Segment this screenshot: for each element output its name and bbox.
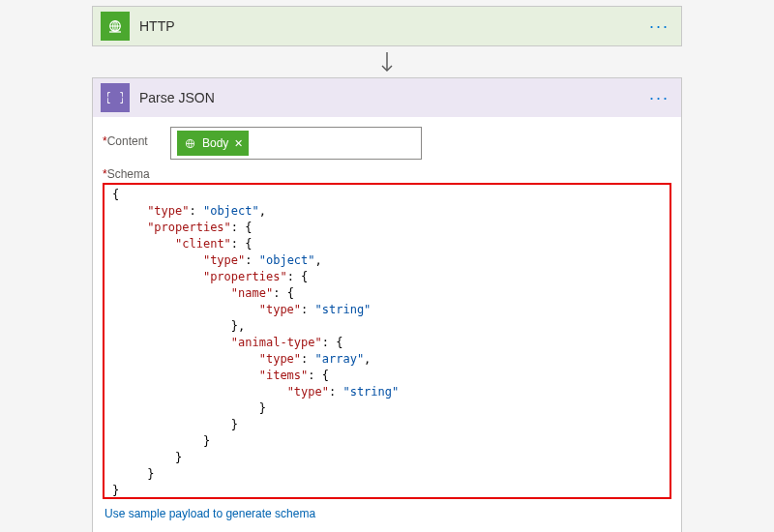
remove-chip-button[interactable]: ✕ xyxy=(234,137,243,150)
globe-icon xyxy=(181,134,198,152)
braces-icon: { } xyxy=(101,83,130,112)
http-more-button[interactable]: ··· xyxy=(649,16,673,37)
svg-text:{ }: { } xyxy=(107,90,123,104)
schema-label: *Schema xyxy=(103,167,671,181)
parse-json-header[interactable]: { } Parse JSON ··· xyxy=(93,78,681,117)
content-input[interactable]: Body ✕ xyxy=(170,127,422,160)
connector-arrow xyxy=(92,50,682,77)
parse-json-more-button[interactable]: ··· xyxy=(649,88,673,108)
parse-json-card: { } Parse JSON ··· *Content Body ✕ xyxy=(92,77,682,532)
chip-label: Body xyxy=(202,136,228,150)
http-header[interactable]: HTTP ··· xyxy=(93,7,681,45)
http-action-card[interactable]: HTTP ··· xyxy=(92,6,682,46)
http-title: HTTP xyxy=(139,18,649,34)
globe-icon xyxy=(101,12,130,41)
content-label: *Content xyxy=(103,127,170,148)
parse-json-body: *Content Body ✕ *Schema { xyxy=(93,117,681,532)
generate-schema-link[interactable]: Use sample payload to generate schema xyxy=(103,499,317,522)
schema-editor[interactable]: { "type": "object", "properties": { "cli… xyxy=(103,183,671,499)
parse-json-title: Parse JSON xyxy=(139,90,649,105)
body-token-chip[interactable]: Body ✕ xyxy=(177,131,249,156)
